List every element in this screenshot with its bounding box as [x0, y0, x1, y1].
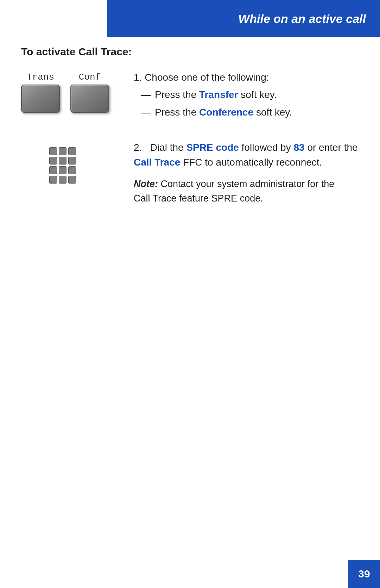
bullet-transfer-text: Press the Transfer soft key.: [155, 87, 277, 102]
header-bar: While on an active call: [107, 0, 380, 37]
section-heading: To activate Call Trace:: [21, 46, 359, 58]
trans-button-image: [21, 85, 60, 113]
transfer-link: Transfer: [199, 89, 238, 100]
key-9: [68, 166, 76, 174]
keypad-column: [21, 140, 120, 184]
key-6: [68, 157, 76, 165]
key-3: [68, 147, 76, 155]
note-bold-label: Note:: [134, 179, 158, 189]
page-number-box: 39: [348, 560, 380, 588]
step1-row: Trans Conf 1. Choose one of the followin…: [21, 72, 359, 123]
key-1: [49, 147, 57, 155]
step1-number: 1. Choose one of the following:: [134, 72, 359, 83]
spre-code-link: SPRE code: [186, 142, 239, 153]
steps-area: Trans Conf 1. Choose one of the followin…: [21, 72, 359, 205]
83-link: 83: [293, 142, 304, 153]
key-4: [49, 157, 57, 165]
call-trace-link: Call Trace: [134, 157, 180, 168]
step2-text-col: 2. Dial the SPRE code followed by 83 or …: [134, 140, 359, 205]
step2-note: Note: Contact your system administrator …: [134, 177, 338, 205]
header-title: While on an active call: [238, 12, 366, 26]
key-8: [59, 166, 66, 174]
trans-button-wrap: Trans: [21, 72, 60, 113]
step2-row: 2. Dial the SPRE code followed by 83 or …: [21, 140, 359, 205]
page-number: 39: [358, 568, 370, 580]
key-2: [59, 147, 66, 155]
key-0: [59, 176, 66, 184]
conf-button-wrap: Conf: [70, 72, 109, 113]
step2-number: 2.: [134, 142, 142, 153]
step1-bullets: Press the Transfer soft key. Press the C…: [141, 87, 359, 120]
bullet-transfer: Press the Transfer soft key.: [141, 87, 359, 102]
content-area: To activate Call Trace: Trans Conf: [21, 46, 359, 205]
key-5: [59, 157, 66, 165]
bullet-conference: Press the Conference soft key.: [141, 105, 359, 120]
conf-label: Conf: [79, 72, 101, 82]
key-7: [49, 166, 57, 174]
conference-link: Conference: [199, 107, 253, 118]
key-hash: [68, 176, 76, 184]
key-star: [49, 176, 57, 184]
soft-buttons-row: Trans Conf: [21, 72, 109, 113]
buttons-column: Trans Conf: [21, 72, 120, 113]
conf-button-image: [70, 85, 109, 113]
step2-text: 2. Dial the SPRE code followed by 83 or …: [134, 140, 359, 170]
keypad-image: [49, 147, 76, 184]
step1-text: 1. Choose one of the following: Press th…: [134, 72, 359, 123]
bullet-conference-text: Press the Conference soft key.: [155, 105, 292, 120]
trans-label: Trans: [27, 72, 54, 82]
